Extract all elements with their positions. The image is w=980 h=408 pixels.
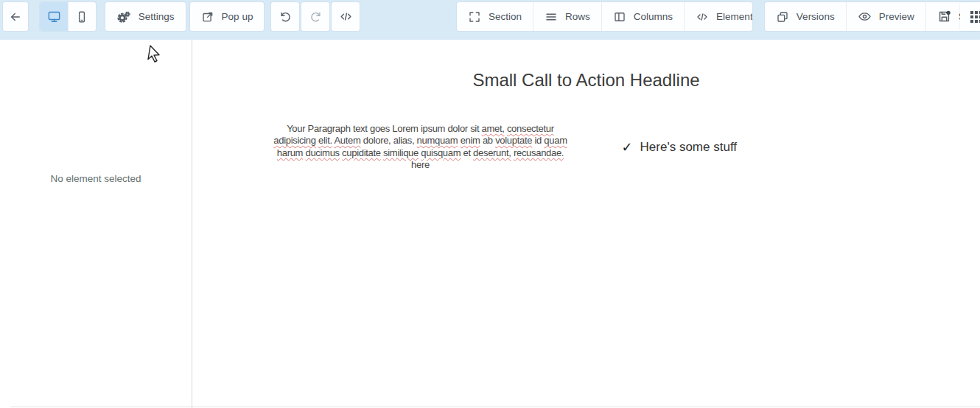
- code-icon: [339, 10, 353, 24]
- versions-label: Versions: [797, 11, 835, 22]
- undo-icon: [279, 10, 293, 24]
- arrow-left-icon: [9, 10, 22, 24]
- eye-icon: [858, 10, 872, 24]
- custom-code-button[interactable]: [332, 2, 360, 31]
- apps-grid-button[interactable]: [960, 2, 980, 31]
- back-button[interactable]: [3, 2, 28, 31]
- code-icon: [696, 10, 709, 24]
- mouse-cursor-icon: [147, 44, 163, 63]
- elements-button[interactable]: Elements: [684, 2, 752, 31]
- rows-icon: [545, 10, 558, 24]
- builder-button-group: Section Rows Columns Elements: [457, 2, 752, 31]
- bullet-list-item[interactable]: ✓ Here's some stuff: [587, 139, 918, 155]
- bottom-divider: [10, 407, 980, 407]
- editor-canvas[interactable]: Small Call to Action Headline Your Parag…: [192, 40, 980, 408]
- preview-button[interactable]: Preview: [846, 2, 925, 31]
- save-icon: [937, 10, 951, 24]
- section-button[interactable]: Section: [457, 2, 533, 31]
- settings-sidebar: No element selected: [0, 40, 192, 408]
- bullet-text: Here's some stuff: [640, 140, 737, 155]
- preview-label: Preview: [879, 11, 914, 22]
- gears-icon: [116, 10, 131, 24]
- columns-button[interactable]: Columns: [601, 2, 684, 31]
- rows-label: Rows: [565, 11, 590, 22]
- grid-icon: [970, 11, 980, 23]
- mobile-view-button[interactable]: [68, 2, 96, 31]
- top-toolbar: Settings Pop up Section: [0, 0, 980, 40]
- section-label: Section: [489, 11, 522, 22]
- popup-label: Pop up: [222, 11, 253, 22]
- device-toggle: [40, 2, 96, 31]
- popup-button[interactable]: Pop up: [190, 2, 265, 31]
- versions-icon: [776, 10, 789, 24]
- headline-element[interactable]: Small Call to Action Headline: [192, 67, 980, 94]
- settings-label: Settings: [139, 11, 175, 22]
- phone-icon: [75, 10, 88, 24]
- popup-icon: [201, 10, 214, 24]
- columns-label: Columns: [634, 11, 673, 22]
- expand-icon: [468, 10, 481, 24]
- cta-section[interactable]: Small Call to Action Headline Your Parag…: [192, 40, 980, 172]
- settings-button[interactable]: Settings: [105, 2, 186, 31]
- publish-button-group: Versions Preview Save: [765, 2, 980, 31]
- monitor-icon: [47, 10, 61, 24]
- rows-button[interactable]: Rows: [533, 2, 601, 31]
- paragraph-text[interactable]: Your Paragraph text goes Lorem ipsum dol…: [255, 123, 587, 172]
- no-element-selected-message: No element selected: [0, 173, 192, 184]
- content-row[interactable]: Your Paragraph text goes Lorem ipsum dol…: [255, 123, 918, 172]
- bullet-column[interactable]: ✓ Here's some stuff: [587, 139, 918, 155]
- checkmark-icon: ✓: [622, 139, 633, 155]
- redo-button[interactable]: [301, 2, 329, 31]
- desktop-view-button[interactable]: [40, 2, 68, 31]
- versions-button[interactable]: Versions: [765, 2, 846, 31]
- columns-icon: [613, 10, 626, 24]
- paragraph-column[interactable]: Your Paragraph text goes Lorem ipsum dol…: [255, 123, 587, 172]
- elements-label: Elements: [716, 11, 752, 22]
- redo-icon: [309, 10, 323, 24]
- undo-button[interactable]: [271, 2, 299, 31]
